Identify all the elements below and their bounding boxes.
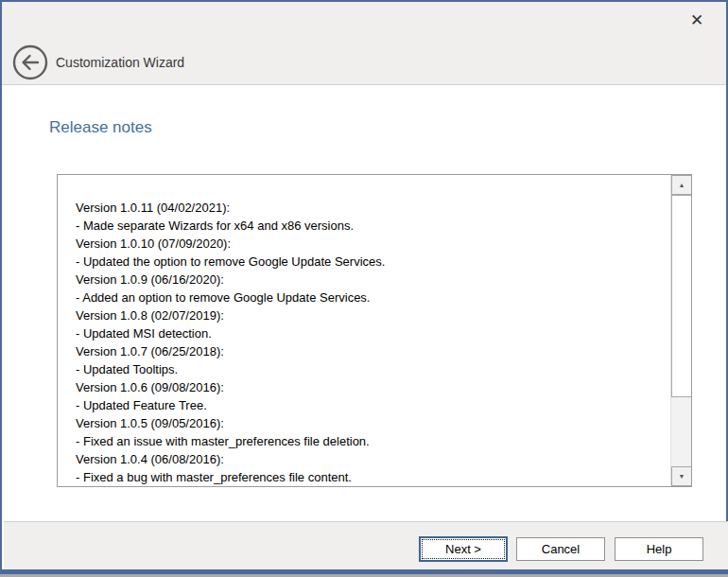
vertical-scrollbar[interactable]: ▲ ▼ — [670, 175, 691, 486]
release-notes-line: - Made separate Wizards for x64 and x86 … — [76, 217, 664, 235]
scrollbar-thumb[interactable] — [671, 195, 692, 397]
scroll-down-button[interactable]: ▼ — [671, 466, 692, 486]
footer: Next > Cancel Help — [4, 522, 728, 571]
wizard-header: ✕ Customization Wizard — [2, 2, 726, 85]
release-notes-text: Version 1.0.11 (04/02/2021):- Made separ… — [58, 175, 669, 486]
release-notes-line: Version 1.0.11 (04/02/2021): — [76, 199, 664, 217]
close-icon[interactable]: ✕ — [685, 8, 709, 32]
wizard-window: ✕ Customization Wizard Release notes Ver… — [0, 0, 728, 569]
release-notes-line: - Added an option to remove Google Updat… — [76, 288, 664, 306]
release-notes-box[interactable]: Version 1.0.11 (04/02/2021):- Made separ… — [57, 174, 692, 487]
cancel-button[interactable]: Cancel — [516, 537, 605, 561]
release-notes-line: Version 1.0.6 (09/08/2016): — [76, 378, 664, 396]
release-notes-line: Version 1.0.4 (06/08/2016): — [76, 450, 664, 468]
release-notes-line: - Updated the option to remove Google Up… — [76, 253, 664, 271]
release-notes-line: Version 1.0.8 (02/07/2019): — [76, 306, 664, 324]
release-notes-line: Version 1.0.9 (06/16/2020): — [76, 271, 664, 288]
release-notes-line: Version 1.0.7 (06/25/2018): — [76, 342, 664, 360]
release-notes-line: Version 1.0.5 (09/05/2016): — [76, 414, 664, 432]
release-notes-line: - Updated Tooltips. — [76, 360, 664, 378]
window-title: Customization Wizard — [56, 55, 184, 70]
scroll-up-button[interactable]: ▲ — [671, 175, 692, 195]
release-notes-line: - Fixed an issue with master_preferences… — [76, 432, 664, 450]
back-arrow-icon — [11, 44, 49, 81]
help-button[interactable]: Help — [615, 537, 703, 561]
release-notes-line: Version 1.0.10 (07/09/2020): — [76, 235, 664, 253]
release-notes-line: - Updated MSI detection. — [76, 324, 664, 342]
release-notes-line: - Fixed a bug with master_preferences fi… — [76, 468, 664, 486]
next-button[interactable]: Next > — [419, 536, 508, 562]
release-notes-line: - Updated Feature Tree. — [76, 396, 664, 414]
back-button[interactable] — [11, 44, 49, 81]
page-title: Release notes — [49, 118, 152, 137]
